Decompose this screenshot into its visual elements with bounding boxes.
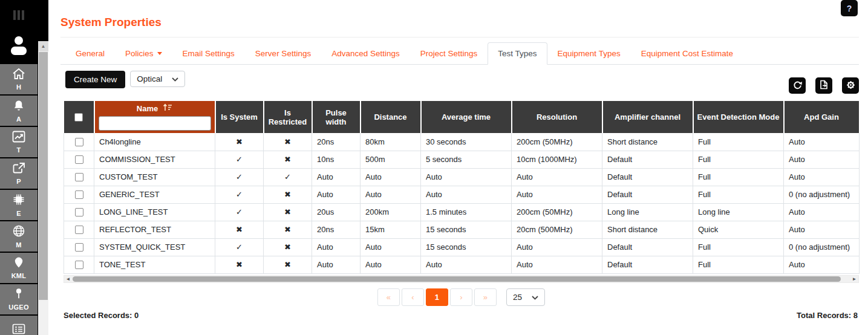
cell-average-time: 30 seconds bbox=[421, 133, 512, 151]
cell-is-system: ✖ bbox=[215, 133, 264, 151]
avatar[interactable] bbox=[0, 34, 38, 57]
sidebar-item-kml[interactable]: KML bbox=[0, 253, 38, 283]
row-checkbox-cell bbox=[64, 203, 94, 221]
table-row: TONE_TEST ✖ ✖ Auto Auto Auto Auto Defaul… bbox=[64, 256, 860, 273]
cell-average-time: Auto bbox=[421, 168, 512, 186]
cell-name: TONE_TEST bbox=[94, 256, 215, 273]
row-checkbox[interactable] bbox=[75, 226, 83, 234]
sidebar-item-trends[interactable]: T bbox=[0, 127, 38, 157]
refresh-button[interactable] bbox=[789, 77, 806, 94]
chevron-down-icon bbox=[532, 293, 538, 302]
cell-average-time: 15 seconds bbox=[421, 238, 512, 256]
cell-resolution: 200cm (50MHz) bbox=[512, 133, 602, 151]
next-page-button[interactable]: › bbox=[450, 288, 472, 306]
table-row: GENERIC_TEST ✓ ✖ Auto Auto Auto Auto Def… bbox=[64, 186, 860, 203]
sidebar-item-home[interactable]: H bbox=[0, 64, 38, 94]
create-new-button[interactable]: Create New bbox=[65, 71, 125, 88]
sidebar-item-alerts[interactable]: A bbox=[0, 96, 38, 126]
cell-apd-gain: Auto bbox=[784, 133, 860, 151]
table-row: Ch4longline ✖ ✖ 20ns 80km 30 seconds 200… bbox=[64, 133, 860, 151]
row-checkbox-cell bbox=[64, 221, 94, 238]
sidebar-item-equipment[interactable]: E bbox=[0, 190, 38, 220]
row-checkbox[interactable] bbox=[75, 261, 83, 269]
cell-distance: 500m bbox=[361, 151, 421, 168]
person-icon bbox=[8, 34, 30, 57]
cell-amplifier-channel: Default bbox=[602, 238, 693, 256]
row-checkbox[interactable] bbox=[75, 173, 83, 181]
tab-email-settings[interactable]: Email Settings bbox=[172, 42, 245, 65]
total-records: Total Records: 8 bbox=[797, 311, 858, 320]
tab-equipment-cost-estimate[interactable]: Equipment Cost Estimate bbox=[631, 42, 743, 65]
cell-distance: Auto bbox=[361, 186, 421, 203]
tab-equipment-types[interactable]: Equipment Types bbox=[547, 42, 631, 65]
row-checkbox-cell bbox=[64, 168, 94, 186]
sidebar-item-publish[interactable]: P bbox=[0, 158, 38, 189]
cell-pulse-width: Auto bbox=[312, 168, 361, 186]
last-page-button[interactable]: » bbox=[474, 288, 497, 306]
cell-resolution: Auto bbox=[512, 256, 602, 273]
row-checkbox[interactable] bbox=[75, 243, 83, 252]
prev-page-button[interactable]: ‹ bbox=[402, 288, 424, 306]
sidebar-scrollbar[interactable]: ▲ bbox=[38, 41, 48, 335]
row-checkbox[interactable] bbox=[75, 190, 83, 199]
row-checkbox[interactable] bbox=[75, 155, 83, 164]
tab-general[interactable]: General bbox=[65, 42, 115, 65]
cell-apd-gain: Auto bbox=[784, 151, 860, 168]
table-body: Ch4longline ✖ ✖ 20ns 80km 30 seconds 200… bbox=[64, 133, 860, 273]
menu-icon[interactable] bbox=[0, 0, 38, 20]
export-button[interactable] bbox=[815, 77, 832, 94]
first-page-button[interactable]: « bbox=[377, 288, 400, 306]
header-average-time: Average time bbox=[421, 101, 512, 133]
tab-advanced-settings[interactable]: Advanced Settings bbox=[321, 42, 410, 65]
table-header-row: Name Is System Is Restricted Pulse width… bbox=[64, 101, 860, 133]
header-is-system: Is System bbox=[215, 101, 264, 133]
sidebar-item-list[interactable] bbox=[0, 316, 38, 335]
cell-name: GENERIC_TEST bbox=[94, 186, 215, 203]
cell-apd-gain: Auto bbox=[784, 221, 860, 238]
row-checkbox[interactable] bbox=[75, 138, 83, 146]
test-types-table: Name Is System Is Restricted Pulse width… bbox=[64, 101, 859, 274]
test-type-select[interactable]: Optical bbox=[130, 71, 185, 87]
cell-is-restricted: ✖ bbox=[264, 221, 312, 238]
sort-ascending-icon bbox=[163, 103, 172, 113]
row-checkbox-cell bbox=[64, 151, 94, 168]
sidebar-item-map[interactable]: M bbox=[0, 221, 38, 252]
refresh-icon bbox=[793, 80, 802, 91]
row-checkbox[interactable] bbox=[75, 208, 83, 216]
horizontal-scrollbar-thumb[interactable] bbox=[73, 276, 841, 282]
tab-policies[interactable]: Policies bbox=[115, 42, 172, 65]
row-checkbox-cell bbox=[64, 238, 94, 256]
scroll-left-arrow-icon[interactable]: ◄ bbox=[64, 276, 72, 282]
tab-project-settings[interactable]: Project Settings bbox=[410, 42, 488, 65]
cell-pulse-width: Auto bbox=[312, 238, 361, 256]
cell-name: Ch4longline bbox=[94, 133, 215, 151]
page-title: System Properties bbox=[60, 16, 856, 29]
name-filter-input[interactable] bbox=[99, 116, 211, 131]
page-size-select[interactable]: 25 bbox=[506, 288, 545, 306]
select-all-checkbox[interactable] bbox=[74, 113, 83, 122]
cell-amplifier-channel: Default bbox=[602, 168, 693, 186]
cell-is-system: ✓ bbox=[215, 186, 264, 203]
page-1-button[interactable]: 1 bbox=[426, 288, 448, 306]
cell-event-detection-mode: Quick bbox=[693, 221, 784, 238]
tab-test-types[interactable]: Test Types bbox=[488, 42, 547, 65]
sidebar-scrollbar-thumb[interactable] bbox=[39, 52, 48, 300]
sidebar-item-ugeo[interactable]: UGEO bbox=[0, 284, 38, 314]
settings-button[interactable] bbox=[842, 77, 859, 94]
header-resolution: Resolution bbox=[512, 101, 602, 133]
tab-server-settings[interactable]: Server Settings bbox=[245, 42, 321, 65]
cell-apd-gain: Auto bbox=[784, 203, 860, 221]
name-sort-control[interactable]: Name bbox=[99, 103, 211, 113]
horizontal-scrollbar[interactable]: ◄ ► bbox=[64, 275, 859, 283]
cell-amplifier-channel: Default bbox=[602, 151, 693, 168]
cell-resolution: Auto bbox=[512, 238, 602, 256]
cell-average-time: 5 seconds bbox=[421, 151, 512, 168]
sidebar-item-label: H bbox=[16, 83, 21, 91]
cell-is-system: ✖ bbox=[215, 256, 264, 273]
help-button[interactable]: ? bbox=[841, 0, 858, 16]
cell-average-time: Auto bbox=[421, 256, 512, 273]
footer: Selected Records: 0 Total Records: 8 bbox=[64, 311, 858, 320]
scroll-right-arrow-icon[interactable]: ► bbox=[850, 276, 858, 282]
cell-apd-gain: 0 (no adjustment) bbox=[784, 186, 860, 203]
scroll-up-arrow-icon[interactable]: ▲ bbox=[38, 41, 48, 51]
